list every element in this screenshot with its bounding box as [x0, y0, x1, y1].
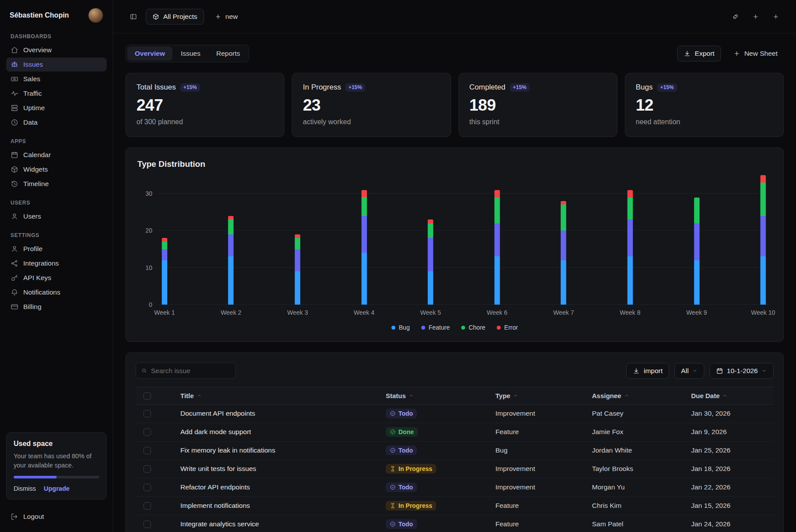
x-tick-label: Week 10: [751, 309, 775, 316]
dismiss-link[interactable]: Dismiss: [14, 485, 36, 492]
new-project-button[interactable]: new: [208, 9, 244, 24]
table-row[interactable]: Add dark mode supportDoneFeatureJamie Fo…: [136, 423, 774, 441]
sidebar-item-api-keys[interactable]: API Keys: [6, 271, 107, 285]
bar-segment-error: [494, 190, 500, 198]
bar-segment-bug: [694, 260, 699, 305]
bar-segment-bug: [494, 256, 500, 305]
row-checkbox[interactable]: [143, 410, 151, 417]
kpi-subtitle: need attention: [636, 118, 773, 126]
key-icon: [11, 274, 18, 282]
section-label-users: USERS: [11, 200, 102, 206]
avatar[interactable]: [88, 8, 103, 23]
legend-item-bug[interactable]: Bug: [391, 324, 410, 331]
legend-dot: [497, 326, 501, 330]
content: OverviewIssuesReports Export New Sheet T…: [113, 33, 796, 532]
sidebar-item-overview[interactable]: Overview: [6, 43, 107, 57]
kpi-trend-badge: +15%: [180, 83, 200, 92]
bar-segment-bug: [361, 253, 367, 305]
cell-title: Document API endpoints: [175, 404, 380, 423]
topbar-plus-button-3[interactable]: [768, 9, 784, 25]
sidebar-item-notifications[interactable]: Notifications: [6, 285, 107, 299]
upgrade-link[interactable]: Upgrade: [44, 485, 70, 492]
row-checkbox[interactable]: [143, 447, 151, 454]
kpi-trend-badge: +15%: [657, 83, 677, 92]
row-checkbox[interactable]: [143, 484, 151, 491]
bar-segment-chore: [760, 183, 766, 216]
sidebar-item-traffic[interactable]: Traffic: [6, 86, 107, 101]
cell-type: Improvement: [490, 404, 587, 423]
legend-item-feature[interactable]: Feature: [421, 324, 450, 331]
cell-type: Improvement: [490, 460, 587, 478]
import-button[interactable]: import: [626, 363, 669, 379]
activity-icon: [11, 90, 18, 97]
row-checkbox[interactable]: [143, 502, 151, 510]
sidebar-item-profile[interactable]: Profile: [6, 242, 107, 256]
sidebar-item-timeline[interactable]: Timeline: [6, 177, 107, 191]
search-input[interactable]: [151, 367, 230, 375]
cell-due-date: Jan 24, 2026: [686, 515, 774, 532]
table-row[interactable]: Implement notificationsIn ProgressFeatur…: [136, 496, 774, 515]
banknote-icon: [11, 75, 18, 83]
bar-segment-error: [228, 216, 234, 219]
tab-overview[interactable]: Overview: [127, 47, 172, 61]
legend-item-chore[interactable]: Chore: [461, 324, 485, 331]
select-all-checkbox[interactable]: [143, 392, 151, 400]
sidebar-item-integrations[interactable]: Integrations: [6, 256, 107, 270]
column-header-due-date[interactable]: Due Date: [686, 387, 774, 405]
column-header-type[interactable]: Type: [490, 387, 587, 405]
tab-issues[interactable]: Issues: [173, 47, 208, 61]
column-header-assignee[interactable]: Assignee: [587, 387, 686, 405]
sidebar-item-sales[interactable]: Sales: [6, 72, 107, 86]
legend-item-error[interactable]: Error: [497, 324, 518, 331]
new-sheet-button[interactable]: New Sheet: [727, 46, 784, 61]
filter-select[interactable]: All: [674, 363, 704, 379]
row-checkbox[interactable]: [143, 521, 151, 528]
logout-button[interactable]: Logout: [6, 509, 107, 524]
x-tick-label: Week 5: [420, 309, 441, 316]
sort-asc-icon: [722, 393, 728, 398]
collapse-sidebar-button[interactable]: [125, 9, 141, 25]
column-header-title[interactable]: Title: [175, 387, 380, 405]
cell-assignee: Jordan White: [587, 441, 686, 460]
table-row[interactable]: Integrate analytics serviceTodoFeatureSa…: [136, 515, 774, 532]
bar-segment-bug: [561, 260, 567, 305]
all-projects-button[interactable]: All Projects: [146, 9, 204, 25]
sidebar-item-billing[interactable]: Billing: [6, 300, 107, 314]
x-tick-label: Week 9: [686, 309, 707, 316]
table-row[interactable]: Refactor API endpointsTodoImprovementMor…: [136, 478, 774, 496]
topbar-link-button-1[interactable]: [728, 9, 743, 25]
kpi-value: 12: [636, 96, 773, 115]
bar-segment-feature: [494, 223, 500, 257]
bar-segment-bug: [627, 256, 633, 305]
cell-title: Write unit tests for issues: [175, 460, 380, 478]
tab-reports[interactable]: Reports: [209, 47, 247, 61]
table-row[interactable]: Document API endpointsTodoImprovementPat…: [136, 404, 774, 423]
bell-icon: [11, 288, 18, 296]
sidebar-item-issues[interactable]: Issues: [6, 58, 107, 72]
search-issue-field[interactable]: [136, 363, 236, 379]
y-tick-label: 10: [145, 264, 152, 271]
sidebar-item-data[interactable]: Data: [6, 115, 107, 129]
column-header-status[interactable]: Status: [380, 387, 490, 405]
date-select[interactable]: 10-1-2026: [710, 363, 774, 379]
table-row[interactable]: Fix memory leak in notificationsTodoBugJ…: [136, 441, 774, 460]
sidebar-item-widgets[interactable]: Widgets: [6, 162, 107, 176]
user-icon: [11, 212, 18, 220]
sidebar-item-uptime[interactable]: Uptime: [6, 101, 107, 115]
row-checkbox[interactable]: [143, 465, 151, 473]
sidebar-item-label: Issues: [23, 61, 43, 68]
topbar-plus-button-2[interactable]: [748, 9, 764, 25]
issues-table: TitleStatusTypeAssigneeDue Date Document…: [136, 387, 774, 532]
sidebar-item-label: Integrations: [23, 259, 59, 267]
bar-week-7: [561, 201, 567, 305]
check-circle-icon: [390, 521, 396, 527]
filter-value: All: [681, 367, 688, 375]
user-menu[interactable]: Sébastien Chopin: [6, 6, 107, 25]
used-space-body: Your team has used 80% of your available…: [14, 452, 99, 470]
sidebar-item-calendar[interactable]: Calendar: [6, 148, 107, 162]
sidebar-item-label: Sales: [23, 75, 40, 83]
row-checkbox[interactable]: [143, 428, 151, 436]
export-button[interactable]: Export: [677, 46, 721, 61]
sidebar-item-users[interactable]: Users: [6, 209, 107, 223]
table-row[interactable]: Write unit tests for issuesIn ProgressIm…: [136, 460, 774, 478]
